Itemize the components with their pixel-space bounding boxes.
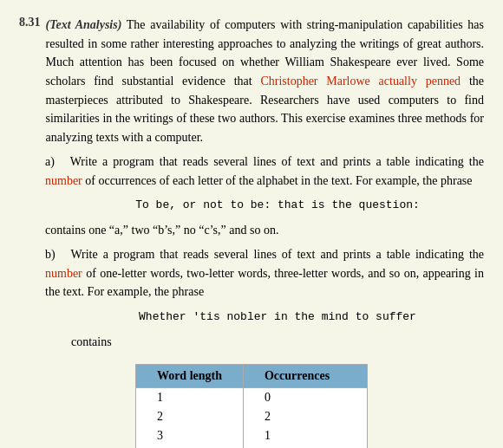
cell-occurrences: 1 — [243, 426, 367, 445]
table-header-row: Word length Occurrences — [135, 364, 367, 387]
item-b-text: Write a program that reads several lines… — [45, 248, 484, 298]
problem-title: (Text Analysis) — [46, 18, 122, 31]
cell-occurrences: 0 — [243, 387, 367, 407]
item-a-text-part1: Write a program that reads several lines… — [45, 155, 484, 187]
item-b-label: b) — [45, 248, 66, 261]
table-row: 31 — [135, 426, 367, 445]
word-length-table-container: Word length Occurrences 10223142 (includ… — [19, 364, 484, 448]
highlight-number-a: number — [45, 174, 82, 187]
item-a-after: contains one “a,” two “b’s,” no “c’s,” a… — [45, 224, 278, 237]
item-b: b) Write a program that reads several li… — [45, 245, 484, 352]
highlight-marlowe: Christopher Marlowe actually penned — [260, 75, 461, 88]
table-body: 10223142 (including ‘tis)506271 — [135, 387, 367, 448]
problem-header: 8.31 (Text Analysis) The availability of… — [19, 16, 484, 147]
contains-text: contains — [71, 335, 112, 348]
cell-occurrences: 2 — [243, 407, 367, 426]
col-header-occurrences: Occurrences — [243, 364, 367, 387]
problem-container: 8.31 (Text Analysis) The availability of… — [19, 16, 484, 448]
table-row: 22 — [135, 407, 367, 426]
word-length-table: Word length Occurrences 10223142 (includ… — [135, 364, 368, 448]
cell-word-length: 1 — [135, 387, 243, 407]
item-b-code: Whether 'tis nobler in the mind to suffe… — [71, 308, 484, 326]
problem-intro: (Text Analysis) The availability of comp… — [46, 16, 485, 147]
col-header-word-length: Word length — [135, 364, 243, 387]
table-row: 10 — [135, 387, 367, 407]
highlight-number-b: number — [45, 267, 82, 280]
item-b-contains: contains — [71, 333, 484, 352]
item-a-label: a) — [45, 155, 65, 168]
problem-number: 8.31 — [19, 16, 41, 147]
item-a: a) Write a program that reads several li… — [45, 153, 484, 240]
item-a-code: To be, or not to be: that is the questio… — [71, 197, 484, 214]
intro-text-1: The availability of computers with strin… — [46, 18, 485, 144]
cell-word-length: 3 — [135, 426, 243, 445]
cell-word-length: 2 — [135, 407, 243, 426]
